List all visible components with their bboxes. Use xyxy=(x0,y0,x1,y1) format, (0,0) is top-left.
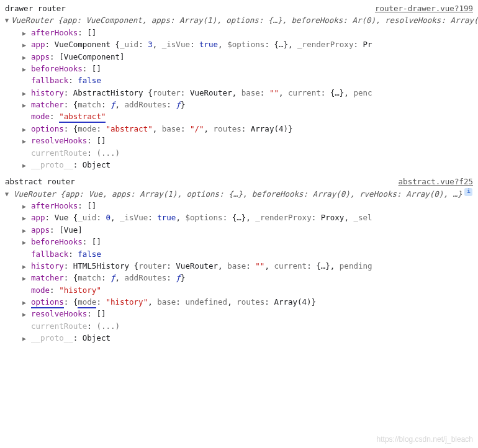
chevron-right-icon: ▶ xyxy=(22,125,29,135)
prop-beforehooks[interactable]: ▶beforeHooks: [] xyxy=(22,236,473,248)
prop-fallback[interactable]: fallback: false xyxy=(22,248,473,260)
object-properties: ▶afterHooks: [] ▶app: VueComponent {_uid… xyxy=(5,27,473,171)
chevron-right-icon: ▶ xyxy=(22,202,29,212)
prop-fallback[interactable]: fallback: false xyxy=(22,74,473,86)
chevron-right-icon: ▶ xyxy=(22,262,29,272)
blank-icon xyxy=(22,250,29,260)
chevron-right-icon: ▶ xyxy=(22,137,29,146)
prop-app[interactable]: ▶app: Vue {_uid: 0, _isVue: true, $optio… xyxy=(22,212,473,223)
source-link[interactable]: abstract.vue?f25 xyxy=(399,176,473,187)
log-label: drawer router xyxy=(5,2,66,14)
prop-apps[interactable]: ▶apps: [VueComponent] xyxy=(22,51,473,63)
object-summary[interactable]: VueRouter {app: VueComponent, apps: Arra… xyxy=(11,14,478,26)
source-link[interactable]: router-drawer.vue?199 xyxy=(375,2,473,14)
prop-history[interactable]: ▶history: HTML5History {router: VueRoute… xyxy=(22,260,473,272)
info-icon[interactable]: i xyxy=(464,188,472,196)
chevron-right-icon: ▶ xyxy=(22,298,29,308)
prop-options[interactable]: ▶options: {mode: "history", base: undefi… xyxy=(22,296,473,308)
prop-matcher[interactable]: ▶matcher: {match: ƒ, addRoutes: ƒ} xyxy=(22,272,473,284)
prop-apps[interactable]: ▶apps: [Vue] xyxy=(22,224,473,236)
prop-currentroute[interactable]: currentRoute: (...) xyxy=(22,320,473,332)
chevron-right-icon: ▶ xyxy=(22,310,29,320)
chevron-right-icon: ▶ xyxy=(22,213,29,223)
prop-currentroute[interactable]: currentRoute: (...) xyxy=(22,147,473,159)
object-properties: ▶afterHooks: [] ▶app: Vue {_uid: 0, _isV… xyxy=(5,200,473,344)
prop-afterhooks[interactable]: ▶afterHooks: [] xyxy=(22,27,473,38)
chevron-right-icon: ▶ xyxy=(22,101,29,110)
chevron-right-icon: ▶ xyxy=(22,53,29,63)
chevron-right-icon: ▶ xyxy=(22,40,29,50)
prop-afterhooks[interactable]: ▶afterHooks: [] xyxy=(22,200,473,212)
prop-matcher[interactable]: ▶matcher: {match: ƒ, addRoutes: ƒ} xyxy=(22,99,473,110)
chevron-right-icon: ▶ xyxy=(22,238,29,248)
prop-resolvehooks[interactable]: ▶resolveHooks: [] xyxy=(22,308,473,320)
chevron-right-icon: ▶ xyxy=(22,334,29,344)
log-entry-abstract-router: abstract router abstract.vue?f25 ▼ VueRo… xyxy=(5,176,473,344)
log-entry-drawer-router: drawer router router-drawer.vue?199 ▼ Vu… xyxy=(5,2,473,171)
prop-proto[interactable]: ▶__proto__: Object xyxy=(22,159,473,171)
prop-history[interactable]: ▶history: AbstractHistory {router: VueRo… xyxy=(22,87,473,99)
blank-icon xyxy=(22,76,29,86)
log-label: abstract router xyxy=(5,176,75,187)
prop-mode[interactable]: mode: "history" xyxy=(22,284,473,296)
expand-toggle[interactable]: ▼ xyxy=(5,16,9,25)
chevron-right-icon: ▶ xyxy=(22,89,29,99)
blank-icon xyxy=(22,286,29,296)
highlighted-value: options xyxy=(31,297,64,308)
prop-app[interactable]: ▶app: VueComponent {_uid: 3, _isVue: tru… xyxy=(22,38,473,50)
highlighted-value: "abstract" xyxy=(59,112,106,123)
chevron-right-icon: ▶ xyxy=(22,274,29,284)
object-summary[interactable]: VueRouter {app: Vue, apps: Array(1), opt… xyxy=(14,188,462,200)
prop-proto[interactable]: ▶__proto__: Object xyxy=(22,332,473,344)
chevron-right-icon: ▶ xyxy=(22,29,29,38)
blank-icon xyxy=(22,112,29,122)
prop-mode[interactable]: mode: "abstract" xyxy=(22,110,473,122)
chevron-right-icon: ▶ xyxy=(22,161,29,171)
prop-resolvehooks[interactable]: ▶resolveHooks: [] xyxy=(22,135,473,146)
blank-icon xyxy=(22,322,29,332)
blank-icon xyxy=(22,149,29,159)
chevron-right-icon: ▶ xyxy=(22,226,29,236)
chevron-right-icon: ▶ xyxy=(22,65,29,74)
expand-toggle[interactable]: ▼ xyxy=(5,189,11,199)
prop-beforehooks[interactable]: ▶beforeHooks: [] xyxy=(22,63,473,74)
prop-options[interactable]: ▶options: {mode: "abstract", base: "/", … xyxy=(22,123,473,135)
